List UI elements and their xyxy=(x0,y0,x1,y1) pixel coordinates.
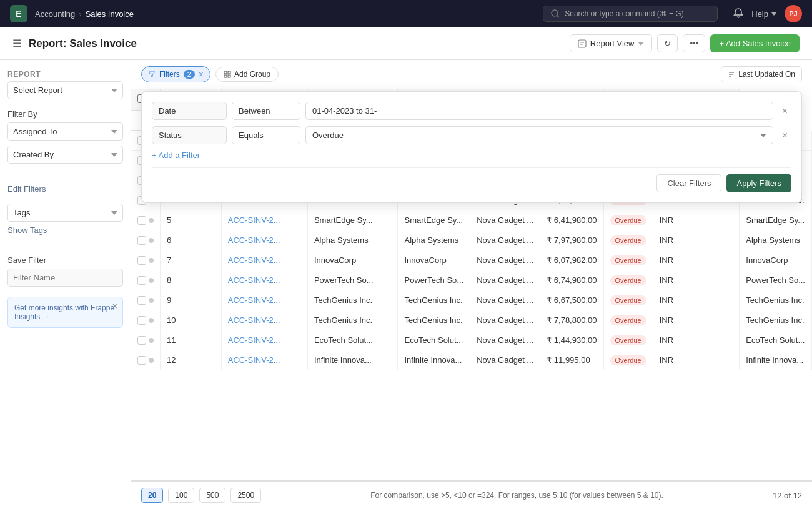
cell-idx: 10 xyxy=(161,310,222,330)
page-size-100[interactable]: 100 xyxy=(168,488,194,503)
cell-currency: INR xyxy=(653,290,740,310)
user-avatar[interactable]: PJ xyxy=(785,5,802,22)
row-checkbox xyxy=(131,210,161,230)
cell-status: Overdue xyxy=(603,310,653,330)
cell-id[interactable]: ACC-SINV-2... xyxy=(221,290,307,310)
select-report-dropdown[interactable]: Select Report xyxy=(7,81,123,99)
sidebar-toggle[interactable]: ☰ xyxy=(12,37,21,49)
filter-row-date: Date Between 01-04-2023 to 31- × xyxy=(152,102,791,120)
show-tags-link[interactable]: Show Tags xyxy=(7,225,123,235)
pagination: 20 100 500 2500 For comparison, use >5, … xyxy=(131,480,812,509)
row-checkbox xyxy=(131,250,161,270)
last-updated-on-label: Last Updated On xyxy=(738,70,795,79)
last-updated-on-sort[interactable]: Last Updated On xyxy=(721,66,802,82)
page-header-actions: Report View ↻ ••• + Add Sales Invoice xyxy=(570,34,800,52)
table-row: 10 ACC-SINV-2... TechGenius Inc. TechGen… xyxy=(131,310,812,330)
filter-actions: Clear Filters Apply Filters xyxy=(152,167,791,192)
cell-customer: Infinite Innova... xyxy=(398,350,470,370)
add-group-button[interactable]: Add Group xyxy=(215,67,279,82)
cell-id[interactable]: ACC-SINV-2... xyxy=(221,310,307,330)
assigned-to-dropdown[interactable]: Assigned To xyxy=(7,122,123,141)
row-checkbox xyxy=(131,310,161,330)
cell-currency: INR xyxy=(653,310,740,330)
cell-company: Nova Gadget ... xyxy=(470,310,540,330)
cell-id[interactable]: ACC-SINV-2... xyxy=(221,330,307,350)
cell-title: TechGenius Inc. xyxy=(307,310,398,330)
cell-id[interactable]: ACC-SINV-2... xyxy=(221,250,307,270)
tags-dropdown[interactable]: Tags xyxy=(7,204,123,222)
filter-name-input[interactable] xyxy=(7,269,123,287)
cell-id[interactable]: ACC-SINV-2... xyxy=(221,210,307,230)
row-select-checkbox[interactable] xyxy=(137,316,146,325)
row-select-checkbox[interactable] xyxy=(137,256,146,265)
row-dot xyxy=(149,218,154,223)
created-by-dropdown[interactable]: Created By xyxy=(7,146,123,164)
filter-panel: Date Between 01-04-2023 to 31- × Status … xyxy=(141,91,802,203)
filter-bar: Filters 2 × Add Group Last Updated On Da… xyxy=(131,60,812,89)
more-options-button[interactable]: ••• xyxy=(683,34,705,52)
page-size-20[interactable]: 20 xyxy=(141,488,163,503)
cell-title: SmartEdge Sy... xyxy=(307,210,398,230)
app-logo[interactable]: E xyxy=(10,5,27,22)
cell-currency: INR xyxy=(653,250,740,270)
cell-id[interactable]: ACC-SINV-2... xyxy=(221,270,307,290)
filter-op-between[interactable]: Between xyxy=(232,102,300,120)
clear-filters-button[interactable]: Clear Filters xyxy=(656,174,721,192)
row-dot xyxy=(149,278,154,283)
cell-customer-name: Infinite Innova... xyxy=(740,350,812,370)
row-select-checkbox[interactable] xyxy=(137,296,146,305)
insights-close-button[interactable]: × xyxy=(112,301,117,311)
cell-amount: ₹ 7,97,980.00 xyxy=(540,230,603,250)
row-select-checkbox[interactable] xyxy=(137,336,146,345)
cell-company: Nova Gadget ... xyxy=(470,210,540,230)
filters-chip[interactable]: Filters 2 × xyxy=(141,66,210,82)
filter-by-section: Filter By Assigned To Created By xyxy=(7,109,123,164)
filter-op-equals[interactable]: Equals xyxy=(232,126,300,144)
filters-label: Filters xyxy=(159,70,180,79)
row-checkbox xyxy=(131,230,161,250)
cell-customer: SmartEdge Sy... xyxy=(398,210,470,230)
svg-rect-7 xyxy=(224,75,227,77)
chevron-down-icon xyxy=(760,134,766,137)
filter-value-status[interactable]: Overdue xyxy=(305,126,773,144)
search-bar[interactable]: Search or type a command (⌘ + G) xyxy=(543,6,718,22)
help-button[interactable]: Help xyxy=(751,9,777,19)
row-select-checkbox[interactable] xyxy=(137,356,146,365)
cell-customer: TechGenius Inc. xyxy=(398,290,470,310)
cell-title: PowerTech So... xyxy=(307,270,398,290)
cell-idx: 9 xyxy=(161,290,222,310)
table-row: 8 ACC-SINV-2... PowerTech So... PowerTec… xyxy=(131,270,812,290)
table-row: 5 ACC-SINV-2... SmartEdge Sy... SmartEdg… xyxy=(131,210,812,230)
cell-company: Nova Gadget ... xyxy=(470,290,540,310)
cell-amount: ₹ 6,67,500.00 xyxy=(540,290,603,310)
refresh-button[interactable]: ↻ xyxy=(657,34,678,52)
cell-amount: ₹ 7,78,800.00 xyxy=(540,310,603,330)
row-dot xyxy=(149,238,154,243)
cell-currency: INR xyxy=(653,270,740,290)
filter-status-remove[interactable]: × xyxy=(778,129,791,142)
add-filter-link[interactable]: + Add a Filter xyxy=(152,151,791,160)
cell-company: Nova Gadget ... xyxy=(470,250,540,270)
row-select-checkbox[interactable] xyxy=(137,216,146,225)
filters-count: 2 xyxy=(184,70,195,79)
page-size-2500[interactable]: 2500 xyxy=(230,488,261,503)
breadcrumb-accounting[interactable]: Accounting xyxy=(35,9,75,19)
add-sales-invoice-button[interactable]: + Add Sales Invoice xyxy=(710,34,800,52)
filter-date-remove[interactable]: × xyxy=(778,104,791,118)
cell-id[interactable]: ACC-SINV-2... xyxy=(221,350,307,370)
filters-close-icon[interactable]: × xyxy=(199,69,204,79)
breadcrumb-sales-invoice[interactable]: Sales Invoice xyxy=(86,9,134,19)
page-size-500[interactable]: 500 xyxy=(199,488,225,503)
notification-bell[interactable] xyxy=(733,7,744,21)
apply-filters-button[interactable]: Apply Filters xyxy=(726,174,791,192)
svg-line-1 xyxy=(557,16,559,17)
filter-field-status: Status xyxy=(152,126,227,144)
svg-rect-5 xyxy=(224,71,227,74)
filter-value-date[interactable]: 01-04-2023 to 31- xyxy=(305,102,773,120)
edit-filters-link[interactable]: Edit Filters xyxy=(7,184,123,194)
divider2 xyxy=(7,245,123,245)
row-select-checkbox[interactable] xyxy=(137,276,146,285)
cell-id[interactable]: ACC-SINV-2... xyxy=(221,230,307,250)
row-select-checkbox[interactable] xyxy=(137,236,146,245)
report-view-button[interactable]: Report View xyxy=(570,34,653,52)
